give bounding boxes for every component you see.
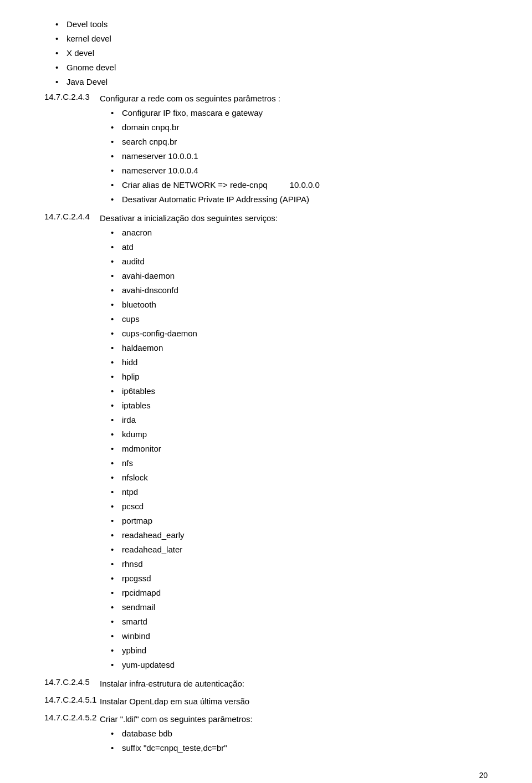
- list-item: kernel devel: [55, 32, 488, 45]
- section-14.7.C.2.4.5: 14.7.C.2.4.5 Instalar infra-estrutura de…: [44, 677, 488, 690]
- list-item: rpcgssd: [111, 572, 488, 585]
- section-content: Instalar OpenLdap em sua última versão: [100, 695, 488, 708]
- list-item: iptables: [111, 399, 488, 412]
- page-container: Devel tools kernel devel X devel Gnome d…: [0, 0, 532, 783]
- list-item: rhnsd: [111, 557, 488, 571]
- list-item: rpcidmapd: [111, 586, 488, 600]
- list-item: mdmonitor: [111, 442, 488, 456]
- list-item: cups: [111, 313, 488, 326]
- list-item: winbind: [111, 630, 488, 643]
- list-item: nfslock: [111, 471, 488, 484]
- list-item: nameserver 10.0.0.4: [111, 164, 488, 177]
- section-list: anacron atd auditd avahi-daemon avahi-dn…: [100, 226, 488, 672]
- list-item: ypbind: [111, 644, 488, 657]
- section-title: Criar ".ldif" com os seguintes parâmetro…: [100, 714, 253, 724]
- section-number: 14.7.C.2.4.4: [44, 212, 100, 221]
- list-item: irda: [111, 413, 488, 427]
- section-14.7.C.2.4.5.2: 14.7.C.2.4.5.2 Criar ".ldif" com os segu…: [44, 713, 488, 756]
- list-item: smartd: [111, 615, 488, 628]
- list-item: Desativar Automatic Private IP Addressin…: [111, 193, 488, 206]
- section-content: Configurar a rede com os seguintes parâm…: [100, 92, 488, 207]
- list-item: readahead_early: [111, 529, 488, 542]
- list-item: ip6tables: [111, 385, 488, 398]
- list-item: Criar alias de NETWORK => rede-cnpq10.0.…: [111, 178, 488, 192]
- list-item: search cnpq.br: [111, 135, 488, 149]
- page-number: 20: [479, 771, 488, 780]
- list-item: Gnome devel: [55, 61, 488, 74]
- list-item: avahi-daemon: [111, 269, 488, 283]
- list-item: readahead_later: [111, 543, 488, 556]
- list-item-bluetooth: bluetooth: [111, 298, 488, 311]
- section-title: Instalar OpenLdap em sua última versão: [100, 697, 249, 706]
- list-item: cups-config-daemon: [111, 327, 488, 340]
- list-item: database bdb: [111, 727, 488, 740]
- section-14.7.C.2.4.3: 14.7.C.2.4.3 Configurar a rede com os se…: [44, 92, 488, 207]
- list-item: avahi-dnsconfd: [111, 284, 488, 297]
- section-number: 14.7.C.2.4.5.2: [44, 713, 100, 722]
- list-item: ntpd: [111, 485, 488, 499]
- section-number: 14.7.C.2.4.3: [44, 92, 100, 101]
- list-item: haldaemon: [111, 341, 488, 355]
- list-item: Devel tools: [55, 18, 488, 31]
- list-item: hplip: [111, 370, 488, 383]
- section-title: Configurar a rede com os seguintes parâm…: [100, 94, 280, 103]
- list-item: anacron: [111, 226, 488, 239]
- list-item: hidd: [111, 356, 488, 369]
- list-item: nameserver 10.0.0.1: [111, 150, 488, 163]
- list-item: kdump: [111, 428, 488, 441]
- list-item: atd: [111, 240, 488, 254]
- section-14.7.C.2.4.4: 14.7.C.2.4.4 Desativar a inicialização d…: [44, 212, 488, 673]
- section-content: Instalar infra-estrutura de autenticação…: [100, 677, 488, 690]
- section-number: 14.7.C.2.4.5: [44, 677, 100, 687]
- list-item: portmap: [111, 514, 488, 528]
- section-content: Criar ".ldif" com os seguintes parâmetro…: [100, 713, 488, 756]
- section-list: database bdb suffix "dc=cnpq_teste,dc=br…: [100, 727, 488, 755]
- list-item: sendmail: [111, 601, 488, 614]
- section-content: Desativar a inicialização dos seguintes …: [100, 212, 488, 673]
- section-list: Configurar IP fixo, mascara e gateway do…: [100, 106, 488, 206]
- section-14.7.C.2.4.5.1: 14.7.C.2.4.5.1 Instalar OpenLdap em sua …: [44, 695, 488, 708]
- list-item: nfs: [111, 457, 488, 470]
- list-item: Java Devel: [55, 75, 488, 89]
- list-item: yum-updatesd: [111, 658, 488, 672]
- intro-list: Devel tools kernel devel X devel Gnome d…: [44, 18, 488, 89]
- section-title: Instalar infra-estrutura de autenticação…: [100, 679, 244, 688]
- section-number: 14.7.C.2.4.5.1: [44, 695, 100, 704]
- list-item: pcscd: [111, 500, 488, 513]
- list-item: suffix "dc=cnpq_teste,dc=br": [111, 741, 488, 755]
- list-item: domain cnpq.br: [111, 121, 488, 134]
- section-title: Desativar a inicialização dos seguintes …: [100, 213, 278, 223]
- list-item: X devel: [55, 47, 488, 60]
- list-item: Configurar IP fixo, mascara e gateway: [111, 106, 488, 120]
- list-item: auditd: [111, 255, 488, 268]
- intro-section: Devel tools kernel devel X devel Gnome d…: [44, 18, 488, 89]
